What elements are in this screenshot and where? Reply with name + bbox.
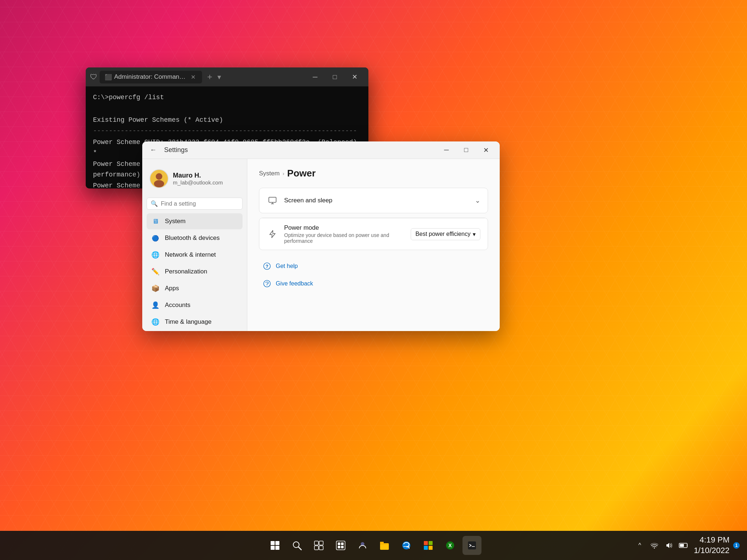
power-mode-chevron: ▾ <box>473 231 476 238</box>
svg-rect-3 <box>269 197 276 202</box>
svg-rect-27 <box>380 542 384 544</box>
user-name: Mauro H. <box>173 172 223 179</box>
time-icon: 🌐 <box>151 318 160 326</box>
settings-sidebar: Mauro H. m_lab@outlook.com 🔍 🖥 System 🔵 … <box>142 159 247 331</box>
settings-back-button[interactable]: ← <box>147 144 160 157</box>
svg-point-37 <box>654 548 655 549</box>
give-feedback-label: Give feedback <box>276 280 313 287</box>
search-input[interactable] <box>161 201 239 207</box>
svg-rect-31 <box>424 546 428 550</box>
sidebar-item-accounts[interactable]: 👤 Accounts <box>147 297 243 313</box>
svg-rect-30 <box>429 541 433 545</box>
screen-sleep-card: Screen and sleep ⌄ <box>259 188 488 213</box>
sidebar-item-bluetooth[interactable]: 🔵 Bluetooth & devices <box>147 230 243 246</box>
sidebar-label-time: Time & language <box>165 318 212 326</box>
screen-sleep-title: Screen and sleep <box>284 197 469 204</box>
help-section: ? Get help Give feedback <box>259 254 488 295</box>
settings-window: ← Settings ─ □ ✕ Mauro H. <box>142 141 500 331</box>
chat-button[interactable] <box>353 536 372 555</box>
personalization-icon: ✏️ <box>151 267 160 276</box>
network-icon: 🌐 <box>151 250 160 259</box>
screen-sleep-row[interactable]: Screen and sleep ⌄ <box>259 188 488 213</box>
svg-rect-39 <box>680 544 684 547</box>
cmd-line-1: C:\>powercfg /list <box>93 92 361 103</box>
sidebar-label-apps: Apps <box>165 285 179 292</box>
svg-rect-23 <box>338 546 340 548</box>
power-mode-desc: Optimize your device based on power use … <box>284 232 405 244</box>
svg-rect-24 <box>341 546 344 548</box>
cmd-close-button[interactable]: ✕ <box>345 70 364 84</box>
power-mode-title: Power mode <box>284 224 405 232</box>
svg-rect-16 <box>314 541 318 545</box>
file-explorer-button[interactable] <box>375 536 394 555</box>
tray-chevron[interactable]: ^ <box>633 539 646 552</box>
sidebar-item-network[interactable]: 🌐 Network & internet <box>147 247 243 263</box>
svg-rect-29 <box>424 541 428 545</box>
power-mode-value: Best power efficiency <box>415 231 471 237</box>
cmd-titlebar: 🛡 ⬛ Administrator: Command Prom... ✕ + ▾… <box>86 67 368 86</box>
settings-maximize-button[interactable]: □ <box>457 143 476 158</box>
sidebar-label-network: Network & internet <box>165 251 216 258</box>
settings-body: Mauro H. m_lab@outlook.com 🔍 🖥 System 🔵 … <box>142 159 500 331</box>
cmd-tab[interactable]: ⬛ Administrator: Command Prom... ✕ <box>100 71 202 83</box>
terminal-button[interactable] <box>462 536 481 555</box>
user-profile[interactable]: Mauro H. m_lab@outlook.com <box>147 165 243 192</box>
power-mode-dropdown[interactable]: Best power efficiency ▾ <box>411 228 480 240</box>
sidebar-label-bluetooth: Bluetooth & devices <box>165 234 220 242</box>
search-box[interactable]: 🔍 <box>147 198 243 210</box>
get-help-icon: ? <box>262 261 272 271</box>
sidebar-label-accounts: Accounts <box>165 302 190 309</box>
cmd-maximize-button[interactable]: □ <box>325 70 344 84</box>
settings-minimize-button[interactable]: ─ <box>437 143 456 158</box>
xbox-button[interactable]: X <box>441 536 460 555</box>
breadcrumb-parent[interactable]: System <box>259 170 280 177</box>
settings-close-button[interactable]: ✕ <box>476 143 495 158</box>
svg-rect-13 <box>275 546 279 550</box>
svg-rect-17 <box>319 541 323 545</box>
store-button[interactable] <box>419 536 438 555</box>
svg-line-15 <box>298 547 301 550</box>
settings-title: Settings <box>164 146 188 154</box>
cmd-tab-close-btn[interactable]: ✕ <box>189 73 197 81</box>
avatar <box>150 169 169 188</box>
svg-point-9 <box>267 285 267 285</box>
sidebar-item-time[interactable]: 🌐 Time & language <box>147 314 243 330</box>
sidebar-item-personalization[interactable]: ✏️ Personalization <box>147 264 243 280</box>
task-view-button[interactable] <box>309 536 328 555</box>
svg-point-1 <box>156 173 162 180</box>
edge-button[interactable] <box>397 536 416 555</box>
accounts-icon: 👤 <box>151 301 160 310</box>
clock-time: 4:19 PM <box>694 535 729 545</box>
start-button[interactable] <box>266 536 285 555</box>
svg-rect-21 <box>338 542 340 545</box>
sidebar-item-system[interactable]: 🖥 System <box>147 213 243 229</box>
svg-rect-22 <box>341 542 344 545</box>
tab-dropdown-button[interactable]: ▾ <box>217 73 221 81</box>
tray-network-icon[interactable] <box>648 539 661 552</box>
svg-rect-11 <box>275 541 279 545</box>
power-mode-icon <box>267 228 278 240</box>
bluetooth-icon: 🔵 <box>151 234 160 242</box>
svg-rect-35 <box>468 541 476 549</box>
new-tab-button[interactable]: + <box>204 70 215 83</box>
clock[interactable]: 4:19 PM 1/10/2022 <box>694 535 729 556</box>
widgets-button[interactable] <box>331 536 350 555</box>
sidebar-item-apps[interactable]: 📦 Apps <box>147 280 243 296</box>
svg-rect-18 <box>314 546 318 550</box>
tray-battery-icon[interactable] <box>677 539 690 552</box>
cmd-tab-icon: ⬛ <box>105 74 112 81</box>
search-icon: 🔍 <box>151 200 158 207</box>
get-help-link[interactable]: ? Get help <box>259 257 488 275</box>
svg-rect-12 <box>271 546 275 550</box>
give-feedback-link[interactable]: Give feedback <box>259 275 488 292</box>
cmd-minimize-button[interactable]: ─ <box>306 70 325 84</box>
notification-badge[interactable]: 1 <box>733 542 740 549</box>
tray-volume-icon[interactable] <box>662 539 676 552</box>
breadcrumb-current: Power <box>287 168 316 179</box>
taskbar-right: ^ <box>633 535 740 556</box>
screen-sleep-text: Screen and sleep <box>284 197 469 204</box>
search-taskbar-button[interactable] <box>287 536 306 555</box>
apps-icon: 📦 <box>151 284 160 293</box>
svg-rect-10 <box>271 541 275 545</box>
taskbar: X ^ <box>0 531 747 560</box>
